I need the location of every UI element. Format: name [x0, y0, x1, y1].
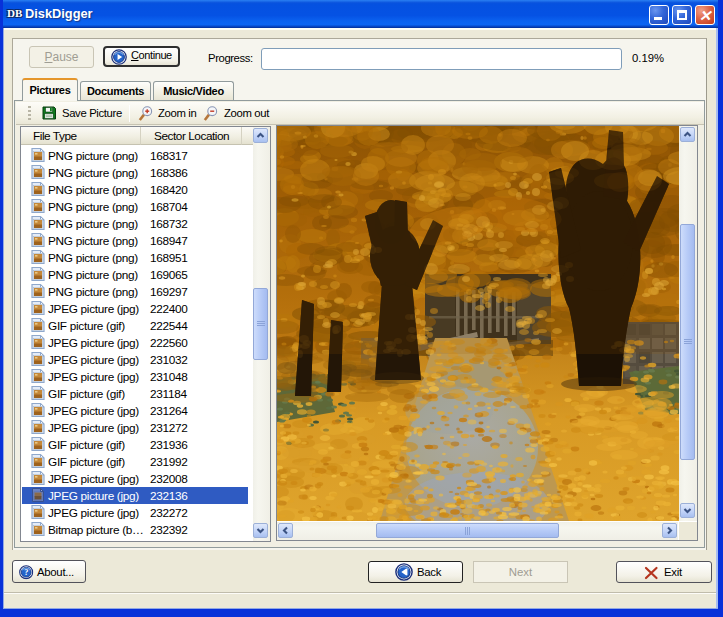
svg-text:?: ? — [24, 568, 28, 577]
